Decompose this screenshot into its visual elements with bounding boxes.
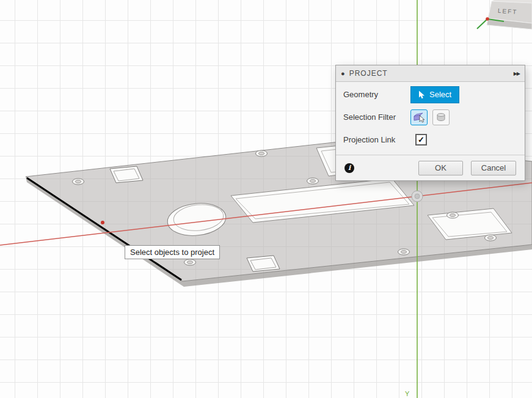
expand-panel-icon[interactable]: ▶▶ — [514, 71, 520, 76]
ok-button[interactable]: OK — [418, 161, 463, 175]
dialog-body: Geometry Select Selection Filter — [336, 82, 525, 151]
hole-small — [307, 178, 319, 184]
bodies-filter-button[interactable] — [432, 109, 450, 125]
geometry-select-button[interactable]: Select — [410, 86, 459, 103]
scene-3d[interactable]: Y — [0, 0, 532, 398]
cutout-square-top-left — [110, 166, 143, 183]
dialog-handle-icon: ● — [341, 70, 345, 77]
projection-link-label: Projection Link — [343, 135, 410, 144]
hole-small — [184, 259, 196, 265]
view-cube[interactable]: LEFT — [476, 0, 532, 37]
checkmark-icon: ✓ — [418, 136, 425, 144]
status-tooltip: Select objects to project — [125, 245, 220, 259]
dialog-title-bar[interactable]: ● PROJECT ▶▶ — [336, 65, 525, 82]
project-dialog: ● PROJECT ▶▶ Geometry Select Selection F… — [335, 65, 525, 181]
geometry-row: Geometry Select — [343, 83, 517, 106]
dialog-footer: i OK Cancel — [336, 155, 525, 180]
body-cylinder-icon — [435, 112, 446, 123]
specified-entities-filter-button[interactable] — [410, 109, 428, 125]
selection-filter-label: Selection Filter — [343, 112, 410, 122]
hole-small — [447, 212, 459, 218]
hole-small — [256, 150, 268, 157]
cutout-square-bottom — [247, 256, 280, 271]
view-cube-face-label: LEFT — [498, 7, 518, 15]
hole-small — [485, 235, 497, 241]
projection-link-checkbox[interactable]: ✓ — [415, 134, 427, 146]
view-cube-x-axis-dot — [486, 17, 489, 21]
cursor-icon — [418, 90, 425, 99]
origin-point[interactable] — [412, 191, 423, 202]
dialog-title: PROJECT — [349, 69, 388, 78]
selection-filter-row: Selection Filter — [343, 106, 517, 128]
hole-small — [398, 249, 410, 255]
geometry-label: Geometry — [343, 90, 410, 99]
tooltip-text: Select objects to project — [130, 248, 214, 257]
view-cube-axis-leg — [477, 19, 487, 29]
specified-entities-icon — [413, 112, 425, 123]
info-glyph: i — [348, 164, 351, 172]
axis-edge-point — [101, 221, 104, 224]
viewport[interactable]: Y Select objects to project ● PROJECT ▶▶… — [0, 0, 532, 398]
info-icon[interactable]: i — [344, 163, 354, 173]
y-axis-label: Y — [405, 390, 410, 397]
hole-small — [73, 179, 84, 185]
projection-link-row: Projection Link ✓ — [343, 128, 517, 151]
cancel-button[interactable]: Cancel — [471, 161, 516, 175]
select-button-label: Select — [429, 90, 451, 99]
